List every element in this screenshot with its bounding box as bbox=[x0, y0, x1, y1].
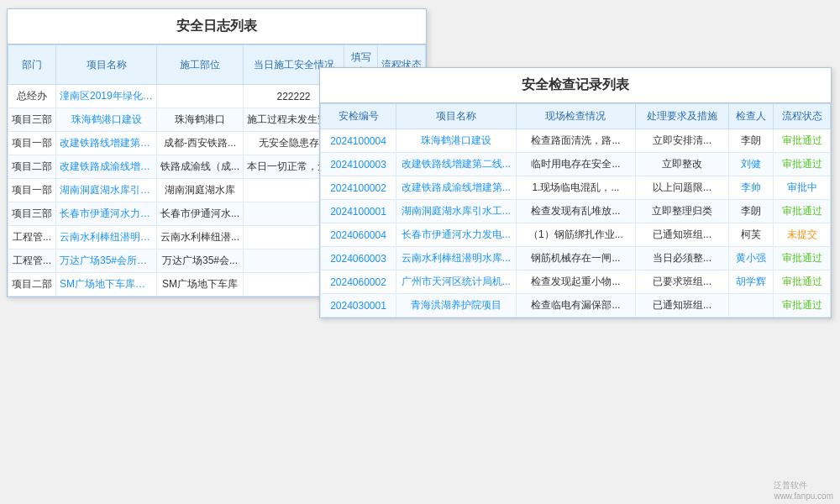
table-cell: 临时用电存在安全... bbox=[516, 153, 636, 176]
table-cell: 钢筋机械存在一闸... bbox=[516, 247, 636, 270]
table-cell: 检查临电有漏保部... bbox=[516, 294, 636, 318]
table-cell[interactable]: 湖南洞庭湖水库引水工程... bbox=[56, 179, 157, 202]
table-cell: 已通知班组... bbox=[636, 223, 729, 247]
table-cell: 未提交 bbox=[774, 223, 831, 247]
table-cell: 项目一部 bbox=[8, 132, 56, 155]
left-col-header: 部门 bbox=[8, 45, 56, 85]
table-cell: 工程管... bbox=[8, 249, 56, 273]
table-cell[interactable]: 广州市天河区统计局机... bbox=[396, 270, 517, 294]
table-cell[interactable]: 云南水利棒纽潜明水库—... bbox=[56, 226, 157, 249]
table-cell bbox=[157, 85, 244, 108]
table-cell: 项目一部 bbox=[8, 179, 56, 202]
table-cell bbox=[728, 294, 773, 318]
table-cell: 审批通过 bbox=[774, 294, 831, 318]
table-cell: 立即整改 bbox=[636, 153, 729, 176]
table-row: 2024100003改建铁路线增建第二线...临时用电存在安全...立即整改刘健… bbox=[321, 153, 831, 176]
table-cell[interactable]: SM广场地下车库更换摄... bbox=[56, 273, 157, 297]
table-cell: 当日必须整... bbox=[636, 247, 729, 270]
table-cell: 项目二部 bbox=[8, 273, 56, 297]
table-cell: 铁路成渝线（成... bbox=[157, 155, 244, 179]
table-cell[interactable]: 2024060004 bbox=[321, 223, 396, 247]
table-cell: 项目三部 bbox=[8, 108, 56, 132]
table-cell: 李朗 bbox=[728, 129, 773, 153]
table-cell[interactable]: 2024100001 bbox=[321, 200, 396, 223]
table-cell[interactable]: 改建铁路成渝线增建第二... bbox=[56, 155, 157, 179]
table-cell: 已要求班组... bbox=[636, 270, 729, 294]
table-cell: SM广场地下车库 bbox=[157, 273, 244, 297]
table-cell[interactable]: 湖南洞庭湖水库引水工... bbox=[396, 200, 517, 223]
table-cell: 审批通过 bbox=[774, 200, 831, 223]
table-cell: 审批通过 bbox=[774, 270, 831, 294]
table-cell: 长春市伊通河水... bbox=[157, 202, 244, 226]
table-cell: 检查发现起重小物... bbox=[516, 270, 636, 294]
table-cell[interactable]: 李帅 bbox=[728, 176, 773, 200]
table-cell: 李朗 bbox=[728, 200, 773, 223]
table-cell[interactable]: 改建铁路线增建第二线... bbox=[396, 153, 517, 176]
table-cell[interactable]: 2024100002 bbox=[321, 176, 396, 200]
right-table: 安检编号项目名称现场检查情况处理要求及措施检查人流程状态 2024100004珠… bbox=[320, 103, 831, 318]
table-cell: 珠海鹤港口 bbox=[157, 108, 244, 132]
table-row: 2024030001青海洪湖养护院项目检查临电有漏保部...已通知班组...审批… bbox=[321, 294, 831, 318]
table-cell: 成都-西安铁路... bbox=[157, 132, 244, 155]
table-cell[interactable]: 潼南区2019年绿化补贴项... bbox=[56, 85, 157, 108]
table-cell: 总经办 bbox=[8, 85, 56, 108]
table-cell[interactable]: 珠海鹤港口建设 bbox=[396, 129, 517, 153]
table-cell: 立即安排清... bbox=[636, 129, 729, 153]
table-cell[interactable]: 刘健 bbox=[728, 153, 773, 176]
table-cell[interactable]: 2024060003 bbox=[321, 247, 396, 270]
table-cell: 立即整理归类 bbox=[636, 200, 729, 223]
left-panel-title: 安全日志列表 bbox=[8, 9, 426, 45]
table-cell: 云南水利棒纽潜... bbox=[157, 226, 244, 249]
table-cell[interactable]: 2024060002 bbox=[321, 270, 396, 294]
table-row: 2024060003云南水利棒纽潜明水库...钢筋机械存在一闸...当日必须整.… bbox=[321, 247, 831, 270]
table-cell: 柯芙 bbox=[728, 223, 773, 247]
right-col-header: 安检编号 bbox=[321, 104, 396, 129]
table-row: 2024100002改建铁路成渝线增建第...1.现场临电混乱，...以上问题限… bbox=[321, 176, 831, 200]
right-col-header: 检查人 bbox=[728, 104, 773, 129]
table-cell: 审批通过 bbox=[774, 129, 831, 153]
right-col-header: 流程状态 bbox=[774, 104, 831, 129]
table-cell[interactable]: 黄小强 bbox=[728, 247, 773, 270]
table-cell[interactable]: 珠海鹤港口建设 bbox=[56, 108, 157, 132]
table-cell: 审批通过 bbox=[774, 247, 831, 270]
table-cell: 以上问题限... bbox=[636, 176, 729, 200]
table-cell: 万达广场35#会... bbox=[157, 249, 244, 273]
table-cell[interactable]: 长春市伊通河水力发电厂... bbox=[56, 202, 157, 226]
table-cell[interactable]: 改建铁路线增建第二线直... bbox=[56, 132, 157, 155]
table-cell: 审批通过 bbox=[774, 153, 831, 176]
table-cell[interactable]: 青海洪湖养护院项目 bbox=[396, 294, 517, 318]
table-cell[interactable]: 2024100004 bbox=[321, 129, 396, 153]
right-col-header: 项目名称 bbox=[396, 104, 517, 129]
table-cell: 已通知班组... bbox=[636, 294, 729, 318]
table-cell: （1）钢筋绑扎作业... bbox=[516, 223, 636, 247]
table-cell: 检查路面清洗，路... bbox=[516, 129, 636, 153]
table-cell[interactable]: 万达广场35#会所及咖啡... bbox=[56, 249, 157, 273]
watermark-line1: 泛普软件 bbox=[774, 480, 807, 490]
table-cell: 工程管... bbox=[8, 226, 56, 249]
right-panel: 安全检查记录列表 安检编号项目名称现场检查情况处理要求及措施检查人流程状态 20… bbox=[319, 67, 832, 318]
right-col-header: 处理要求及措施 bbox=[636, 104, 729, 129]
watermark-line2: www.fanpu.com bbox=[774, 491, 833, 501]
table-cell[interactable]: 云南水利棒纽潜明水库... bbox=[396, 247, 517, 270]
table-cell[interactable]: 2024030001 bbox=[321, 294, 396, 318]
table-cell: 检查发现有乱堆放... bbox=[516, 200, 636, 223]
table-cell: 1.现场临电混乱，... bbox=[516, 176, 636, 200]
right-panel-title: 安全检查记录列表 bbox=[320, 68, 831, 103]
table-cell[interactable]: 胡学辉 bbox=[728, 270, 773, 294]
left-col-header: 项目名称 bbox=[56, 45, 157, 85]
table-cell: 项目三部 bbox=[8, 202, 56, 226]
watermark: 泛普软件 www.fanpu.com bbox=[774, 480, 833, 501]
table-row: 2024060004长春市伊通河水力发电...（1）钢筋绑扎作业...已通知班组… bbox=[321, 223, 831, 247]
table-cell: 湖南洞庭湖水库 bbox=[157, 179, 244, 202]
left-col-header: 施工部位 bbox=[157, 45, 244, 85]
table-cell[interactable]: 长春市伊通河水力发电... bbox=[396, 223, 517, 247]
table-cell[interactable]: 改建铁路成渝线增建第... bbox=[396, 176, 517, 200]
table-row: 2024060002广州市天河区统计局机...检查发现起重小物...已要求班组.… bbox=[321, 270, 831, 294]
table-cell: 项目二部 bbox=[8, 155, 56, 179]
right-col-header: 现场检查情况 bbox=[516, 104, 636, 129]
table-row: 2024100001湖南洞庭湖水库引水工...检查发现有乱堆放...立即整理归类… bbox=[321, 200, 831, 223]
table-cell[interactable]: 2024100003 bbox=[321, 153, 396, 176]
table-cell: 审批中 bbox=[774, 176, 831, 200]
table-row: 2024100004珠海鹤港口建设检查路面清洗，路...立即安排清...李朗审批… bbox=[321, 129, 831, 153]
